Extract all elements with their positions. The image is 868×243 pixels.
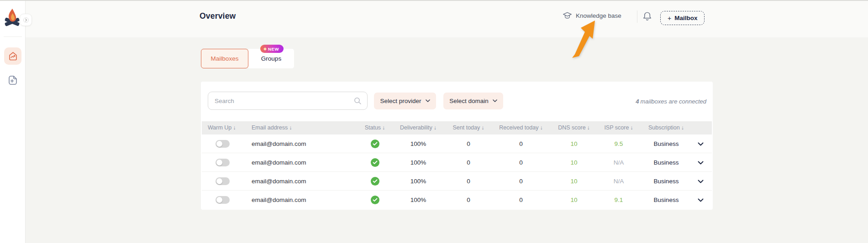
chevron-down-icon [698, 142, 704, 146]
status-ok-icon [371, 140, 379, 148]
add-mailbox-button[interactable]: + Mailbox [660, 11, 705, 25]
column-header-warmup[interactable]: Warm Up↓ [208, 121, 249, 134]
warmup-toggle[interactable] [216, 177, 230, 185]
search-input[interactable] [208, 98, 353, 104]
add-mailbox-label: Mailbox [674, 15, 697, 21]
tab-groups-label: Groups [261, 55, 281, 62]
knowledge-base-label: Knowledge base [576, 12, 621, 19]
tab-mailboxes-label: Mailboxes [211, 55, 239, 62]
isp-score-value: N/A [596, 153, 642, 172]
column-header-email[interactable]: Email address↓ [252, 121, 361, 134]
status-ok-icon [371, 177, 379, 186]
knowledge-base-link[interactable]: Knowledge base [563, 11, 621, 20]
warmup-toggle[interactable] [216, 159, 230, 166]
select-domain-dropdown[interactable]: Select domain [443, 93, 503, 109]
column-header-sent-today[interactable]: Sent today↓ [446, 121, 491, 134]
header-divider [637, 10, 637, 23]
column-label: DNS score [558, 124, 585, 131]
toggle-knob [216, 160, 222, 165]
column-label: Received today [499, 124, 538, 131]
row-expand-button[interactable] [693, 191, 708, 209]
status-cell [357, 134, 393, 153]
tab-bar: Mailboxes Groups NEW [201, 49, 294, 68]
column-label: Subscription [648, 124, 680, 131]
search-icon [353, 97, 362, 105]
sort-icon: ↓ [540, 124, 542, 131]
sent-today-value: 0 [446, 191, 491, 209]
deliverability-value: 100% [395, 191, 441, 209]
row-expand-button[interactable] [693, 172, 708, 191]
connected-count: 4 [636, 98, 639, 105]
column-header-deliverability[interactable]: Deliverability↓ [395, 121, 441, 134]
sort-icon: ↓ [289, 124, 292, 131]
subscription-value: Business [639, 134, 694, 153]
tab-mailboxes[interactable]: Mailboxes [201, 49, 248, 68]
received-today-value: 0 [498, 191, 544, 209]
toggle-knob [216, 197, 222, 203]
row-expand-button[interactable] [693, 153, 708, 172]
column-label: Deliverability [400, 124, 432, 131]
chevron-down-icon [426, 99, 430, 103]
sort-icon: ↓ [233, 124, 236, 131]
window-top-border [0, 0, 868, 1]
sort-icon: ↓ [681, 124, 684, 131]
table-row: email@domain.com 100% 0 0 10 9.1 Busines… [202, 191, 712, 209]
status-cell [357, 172, 393, 191]
graduation-cap-icon [563, 11, 572, 20]
select-provider-dropdown[interactable]: Select provider [374, 93, 436, 109]
column-header-received-today[interactable]: Received today↓ [498, 121, 544, 134]
new-badge: NEW [260, 45, 284, 53]
status-cell [357, 153, 393, 172]
warmup-toggle[interactable] [216, 140, 230, 148]
chevron-down-icon [493, 99, 497, 103]
chevron-down-icon [698, 198, 704, 202]
chevron-down-icon [698, 161, 704, 165]
toggle-knob [216, 178, 222, 184]
sort-icon: ↓ [434, 124, 437, 131]
received-today-value: 0 [498, 172, 544, 191]
column-header-subscription[interactable]: Subscription↓ [639, 121, 694, 134]
deliverability-value: 100% [395, 172, 441, 191]
campfire-logo[interactable] [3, 8, 21, 27]
chevron-right-icon [23, 17, 29, 23]
email-address: email@domain.com [252, 153, 361, 172]
row-expand-button[interactable] [693, 134, 708, 153]
sidebar-item-add-document[interactable] [6, 74, 19, 87]
column-label: Sent today [452, 124, 480, 131]
file-plus-icon [7, 74, 19, 86]
mailboxes-card: Select provider Select domain 4mailboxes… [201, 82, 713, 210]
sent-today-value: 0 [446, 172, 491, 191]
column-header-status[interactable]: Status↓ [357, 121, 393, 134]
home-trend-icon [8, 51, 18, 62]
sent-today-value: 0 [446, 134, 491, 153]
plus-icon: + [668, 15, 671, 22]
header-band [26, 0, 868, 37]
notifications-button[interactable] [642, 11, 653, 23]
search-box [208, 92, 368, 110]
dns-score-value: 10 [551, 134, 597, 153]
chevron-down-icon [698, 180, 704, 183]
sidebar-item-overview[interactable] [4, 47, 21, 65]
isp-score-value: 9.5 [596, 134, 642, 153]
dns-score-value: 10 [551, 172, 597, 191]
column-label: Warm Up [208, 124, 231, 131]
tab-groups[interactable]: Groups NEW [248, 49, 294, 68]
connected-label: mailboxes are connected [640, 98, 706, 105]
warmup-toggle[interactable] [216, 196, 230, 204]
sort-icon: ↓ [587, 124, 590, 131]
sidebar [0, 0, 26, 243]
status-ok-icon [371, 196, 379, 204]
deliverability-value: 100% [395, 153, 441, 172]
subscription-value: Business [639, 172, 694, 191]
status-ok-icon [371, 158, 379, 167]
sort-icon: ↓ [630, 124, 633, 131]
column-header-isp-score[interactable]: ISP score↓ [596, 121, 642, 134]
column-header-dns-score[interactable]: DNS score↓ [551, 121, 597, 134]
column-label: ISP score [604, 124, 629, 131]
isp-score-value: 9.1 [596, 191, 642, 209]
isp-score-value: N/A [596, 172, 642, 191]
sidebar-collapse-button[interactable] [20, 14, 32, 26]
subscription-value: Business [639, 191, 694, 209]
sparkle-icon [263, 47, 267, 50]
toggle-knob [216, 141, 222, 147]
